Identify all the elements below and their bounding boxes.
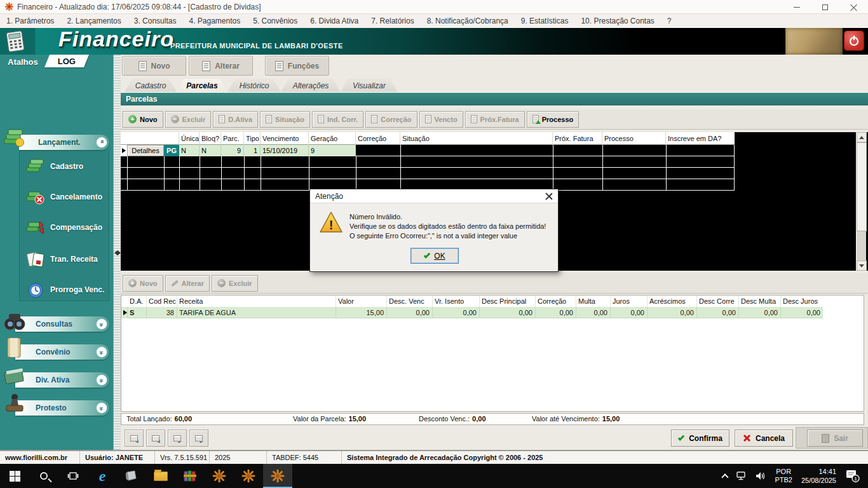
arrow-down-icon bbox=[859, 264, 864, 268]
nav-prior-record-button[interactable]: ◂ bbox=[146, 430, 165, 447]
menu-pagamentos[interactable]: 4. Pagamentos bbox=[182, 17, 247, 25]
menu-divida-ativa[interactable]: 6. Divida Ativa bbox=[304, 17, 365, 25]
novo-toolbar-button[interactable]: Novo bbox=[122, 56, 186, 76]
fiorilli-app-button-2[interactable] bbox=[234, 464, 263, 488]
sair-button[interactable]: Sair bbox=[807, 430, 863, 447]
sidebar-item-cancelamento[interactable]: Cancelamento bbox=[20, 183, 110, 211]
dialog-close-button[interactable] bbox=[544, 191, 554, 201]
sidebar-group-lancamento[interactable]: Lançament. » bbox=[19, 135, 109, 150]
fiorilli-app-button-active[interactable] bbox=[263, 464, 292, 488]
parcelas-correcao-button[interactable]: Correção bbox=[365, 111, 417, 128]
col-correcao2: Correção bbox=[536, 295, 576, 307]
confirma-button[interactable]: Confirma bbox=[671, 430, 729, 447]
menu-consultas[interactable]: 3. Consultas bbox=[128, 17, 183, 25]
nav-next-record-button[interactable]: ▸ bbox=[168, 430, 187, 447]
clock[interactable]: 14:4125/08/2025 bbox=[797, 464, 841, 488]
sidebar-group-div-ativa[interactable]: Div. Ativa » bbox=[15, 372, 109, 388]
expand-group-button[interactable]: » bbox=[96, 318, 107, 330]
status-user: Usuário: JANETE bbox=[80, 451, 155, 464]
network-tray-icon[interactable] bbox=[732, 464, 751, 488]
menu-notificacao-cobranca[interactable]: 8. Notificação/Cobrança bbox=[421, 17, 515, 25]
tray-expand-button[interactable] bbox=[718, 464, 732, 488]
dialog-titlebar[interactable]: Atenção bbox=[310, 189, 558, 203]
search-button[interactable] bbox=[29, 464, 58, 488]
log-tab[interactable]: LOG bbox=[44, 55, 89, 67]
parcelas-prox-fatura-button[interactable]: Próx.Fatura bbox=[465, 111, 525, 128]
file-explorer-button[interactable] bbox=[146, 464, 175, 488]
window-titlebar[interactable]: Financeiro - Atualizado dia: 17/06/2025 … bbox=[0, 0, 868, 14]
tab-alteracoes[interactable]: Alterações bbox=[281, 79, 341, 92]
funcoes-toolbar-button[interactable]: Funções bbox=[265, 56, 329, 76]
receitas-excluir-button[interactable]: −Excluir bbox=[212, 275, 258, 292]
exit-door-icon bbox=[822, 434, 829, 443]
dialog-ok-button[interactable]: OK bbox=[410, 248, 459, 264]
system-tray: PORPTB2 14:4125/08/2025 1 bbox=[718, 464, 868, 488]
winrar-button[interactable] bbox=[175, 464, 205, 488]
language-indicator[interactable]: PORPTB2 bbox=[770, 464, 797, 488]
menu-help[interactable]: ? bbox=[661, 17, 678, 25]
menu-convenios[interactable]: 5. Convênios bbox=[247, 17, 304, 25]
internet-explorer-button[interactable]: e bbox=[88, 464, 117, 488]
col-cod-rec: Cod Rec bbox=[147, 295, 177, 307]
expand-group-button[interactable]: » bbox=[96, 402, 107, 414]
sidebar-group-consultas[interactable]: Consultas » bbox=[15, 316, 109, 332]
menu-estatisticas[interactable]: 9. Estatísticas bbox=[515, 17, 575, 25]
sidebar-group-protesto[interactable]: Protesto » bbox=[15, 400, 109, 416]
scrollbar-thumb[interactable] bbox=[857, 142, 867, 231]
menu-relatorios[interactable]: 7. Relatórios bbox=[365, 17, 420, 25]
receitas-alterar-button[interactable]: Alterar bbox=[165, 275, 210, 292]
expand-group-button[interactable]: » bbox=[96, 346, 107, 358]
scroll-up-button[interactable] bbox=[857, 132, 867, 142]
notification-center-button[interactable]: 1 bbox=[841, 464, 868, 488]
menu-prestacao-contas[interactable]: 10. Prestação Contas bbox=[574, 17, 660, 25]
menu-lancamentos[interactable]: 2. Lançamentos bbox=[60, 17, 127, 25]
desc-venc-cell: 0,00 bbox=[387, 307, 433, 318]
parcelas-situacao-button[interactable]: Situação bbox=[260, 111, 310, 128]
sidebar-item-tran-receita[interactable]: Tran. Receita bbox=[20, 245, 110, 273]
menu-parametros[interactable]: 1. Parâmetros bbox=[0, 17, 60, 25]
receita-cell: TARIFA DE AGUA bbox=[177, 307, 336, 318]
receita-row-selected[interactable]: S 38 TARIFA DE AGUA 15,00 0,00 0,00 0,00… bbox=[121, 307, 823, 318]
parcelas-dativa-button[interactable]: D.Ativa bbox=[213, 111, 258, 128]
vr-isento-cell: 0,00 bbox=[433, 307, 480, 318]
detalhes-cell-button[interactable]: Detalhes bbox=[127, 145, 164, 156]
parcelas-novo-button[interactable]: +Novo bbox=[123, 111, 163, 128]
collapse-group-button[interactable]: » bbox=[96, 137, 107, 148]
receitas-novo-button[interactable]: +Novo bbox=[123, 275, 163, 292]
tab-cadastro[interactable]: Cadastro bbox=[125, 79, 177, 92]
sidebar-item-prorroga-venc[interactable]: Prorroga Venc. bbox=[20, 276, 110, 304]
volume-tray-icon[interactable] bbox=[751, 464, 770, 488]
alterar-toolbar-button[interactable]: Alterar bbox=[189, 56, 253, 76]
col-parc: Parc. bbox=[221, 132, 244, 145]
parcelas-grid-scrollbar[interactable] bbox=[856, 132, 866, 271]
parcelas-vencto-button[interactable]: Vencto bbox=[419, 111, 463, 128]
notification-icon: 1 bbox=[845, 469, 860, 483]
power-button[interactable] bbox=[844, 30, 864, 51]
parcelas-processo-button[interactable]: Processo bbox=[527, 111, 580, 128]
nav-first-record-button[interactable]: ◂ bbox=[125, 430, 144, 447]
winrar-books-icon bbox=[184, 470, 196, 482]
sidebar-item-compensacao[interactable]: Compensação bbox=[20, 214, 110, 241]
close-button[interactable] bbox=[839, 0, 868, 14]
fiorilli-flower-icon bbox=[271, 469, 285, 483]
scroll-down-button[interactable] bbox=[857, 261, 867, 271]
nav-last-record-button[interactable]: ▸ bbox=[189, 430, 208, 447]
fiorilli-app-button-1[interactable] bbox=[205, 464, 234, 488]
start-button[interactable] bbox=[0, 464, 29, 488]
tab-visualizar[interactable]: Visualizar bbox=[341, 79, 398, 92]
maximize-button[interactable] bbox=[811, 0, 839, 14]
sidebar-item-cadastro[interactable]: Cadastro bbox=[20, 152, 110, 180]
col-blank bbox=[121, 132, 179, 145]
parcelas-ind-corr-button[interactable]: Ind. Corr. bbox=[312, 111, 363, 128]
cancela-button[interactable]: Cancela bbox=[735, 430, 793, 447]
expand-group-button[interactable]: » bbox=[96, 374, 107, 386]
sidebar-group-convenio[interactable]: Convênio » bbox=[15, 344, 109, 360]
sidebar-splitter[interactable] bbox=[113, 55, 121, 450]
parcelas-excluir-button[interactable]: −Excluir bbox=[165, 111, 212, 128]
minimize-button[interactable] bbox=[782, 0, 811, 14]
tab-historico[interactable]: Histórico bbox=[227, 79, 281, 92]
task-view-button[interactable] bbox=[58, 464, 88, 488]
multa-cell: 0,00 bbox=[576, 307, 611, 318]
tab-parcelas[interactable]: Parcelas bbox=[177, 79, 227, 92]
app-box-button[interactable] bbox=[117, 464, 146, 488]
